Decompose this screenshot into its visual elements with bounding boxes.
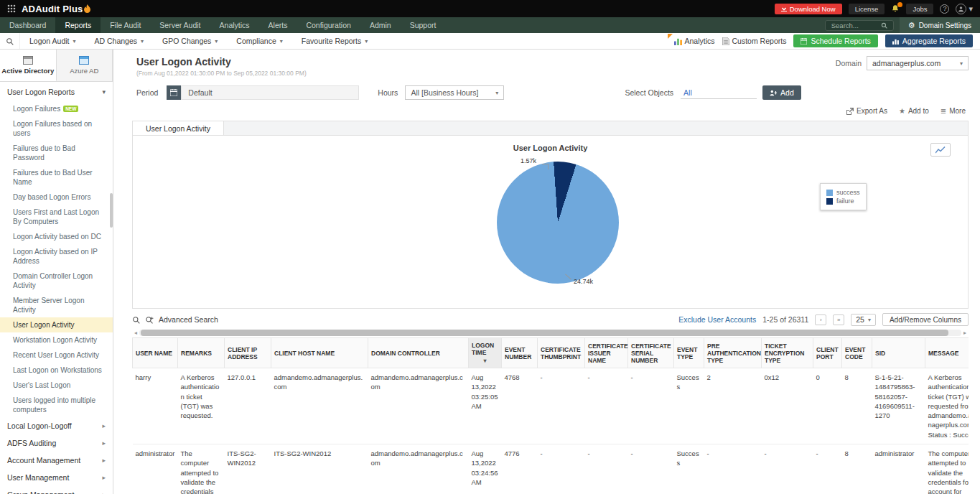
add-objects-button[interactable]: Add (762, 85, 801, 100)
sidebar-item-failures-due-to-bad-user-name[interactable]: Failures due to Bad User Name (0, 165, 113, 190)
scrollbar-thumb[interactable] (141, 330, 948, 336)
next-page-button[interactable]: › (815, 314, 826, 325)
sidebar-section-account-management[interactable]: Account Management▸ (0, 452, 113, 469)
sidebar-item-member-server-logon-activity[interactable]: Member Server Logon Activity (0, 293, 113, 317)
sidebar-item-logon-failures-based-on-users[interactable]: Logon Failures based on users (0, 116, 113, 141)
sidebar-section-group-management[interactable]: Group Management▸ (0, 486, 113, 494)
sidebar-item-user-s-last-logon[interactable]: User's Last Logon (0, 378, 113, 393)
table-row[interactable]: harryA Kerberos authentication ticket (T… (133, 368, 969, 444)
schedule-reports-button[interactable]: Schedule Reports (793, 34, 877, 47)
pie-chart[interactable] (497, 162, 619, 284)
column-header-user-name[interactable]: USER NAME (133, 338, 178, 368)
sidebar-item-domain-controller-logon-activity[interactable]: Domain Controller Logon Activity (0, 269, 113, 293)
nav-tab-admin[interactable]: Admin (360, 17, 401, 33)
more-button[interactable]: ≣ More (941, 107, 966, 115)
sidebar-section-user-logon-reports[interactable]: User Logon Reports ▾ (0, 82, 113, 101)
sidebar-item-workstation-logon-activity[interactable]: Workstation Logon Activity (0, 332, 113, 348)
column-header-pre-authentication-type[interactable]: PRE AUTHENTICATION TYPE (704, 338, 762, 368)
legend-item-success[interactable]: success (826, 189, 860, 196)
column-header-domain-controller[interactable]: DOMAIN CONTROLLER (368, 338, 469, 368)
profile-menu[interactable]: ▾ (956, 4, 973, 14)
sidebar-item-user-logon-activity[interactable]: User Logon Activity (0, 317, 113, 332)
sidebar-item-users-logged-into-multiple-computers[interactable]: Users logged into multiple computers (0, 393, 113, 417)
sidebar-item-day-based-logon-errors[interactable]: Day based Logon Errors (0, 190, 113, 205)
nav-tab-alerts[interactable]: Alerts (259, 17, 297, 33)
column-header-certificate-thumbprint[interactable]: CERTIFICATE THUMBPRINT (538, 338, 585, 368)
column-header-event-code[interactable]: EVENT CODE (842, 338, 872, 368)
jobs-button[interactable]: Jobs (906, 4, 933, 14)
menu-logon-audit[interactable]: Logon Audit▾ (20, 37, 85, 45)
help-button[interactable]: ? (940, 4, 949, 14)
advanced-search-button[interactable] (145, 316, 154, 324)
scroll-left-arrow[interactable]: ◂ (132, 330, 139, 336)
column-header-event-number[interactable]: EVENT NUMBER (502, 338, 538, 368)
nav-tab-dashboard[interactable]: Dashboard (0, 17, 55, 33)
nav-tab-server-audit[interactable]: Server Audit (150, 17, 210, 33)
nav-tab-configuration[interactable]: Configuration (297, 17, 360, 33)
global-search-input[interactable]: Search... (825, 20, 894, 31)
chevron-down-icon: ▾ (102, 88, 106, 95)
sidebar-scrollbar[interactable] (110, 193, 113, 228)
last-page-button[interactable]: » (833, 314, 844, 325)
column-header-client-port[interactable]: CLIENT PORT (813, 338, 842, 368)
report-search-button[interactable] (0, 33, 20, 49)
column-header-ticket-encryption-type[interactable]: TICKET ENCRYPTION TYPE (762, 338, 813, 368)
tab-user-logon-activity[interactable]: User Logon Activity (133, 121, 224, 135)
sidebar-item-users-first-and-last-logon-by-computers[interactable]: Users First and Last Logon By Computers (0, 205, 113, 229)
hours-select[interactable]: All [Business Hours] ▾ (405, 85, 504, 100)
download-now-button[interactable]: Download Now (775, 4, 842, 14)
select-objects-input[interactable]: All (681, 87, 757, 99)
nav-tab-reports[interactable]: Reports (55, 17, 101, 33)
period-input[interactable]: Default (181, 85, 359, 100)
table-search-button[interactable] (132, 316, 140, 324)
column-header-client-host-name[interactable]: CLIENT HOST NAME (271, 338, 368, 368)
sidebar-section-adfs-auditing[interactable]: ADFS Auditing▸ (0, 434, 113, 452)
add-to-button[interactable]: ★ Add to (899, 107, 929, 115)
chart-type-button[interactable] (930, 143, 951, 157)
advanced-search-label[interactable]: Advanced Search (159, 315, 218, 324)
column-header-sid[interactable]: SID (872, 338, 925, 368)
nav-tab-analytics[interactable]: Analytics (210, 17, 259, 33)
table-row[interactable]: administratorThe computer attempted to v… (133, 444, 969, 494)
menu-compliance[interactable]: Compliance▾ (227, 37, 291, 45)
sidebar-item-last-logon-on-workstations[interactable]: Last Logon on Workstations (0, 363, 113, 378)
domain-settings-button[interactable]: ⚙ Domain Settings (900, 17, 980, 33)
sidebar-tab-active-directory[interactable]: Active Directory (0, 50, 57, 81)
sidebar-item-logon-activity-based-on-ip-address[interactable]: Logon Activity based on IP Address (0, 244, 113, 269)
app-grid-icon[interactable] (7, 4, 16, 13)
license-button[interactable]: License (849, 4, 885, 14)
column-header-client-ip-address[interactable]: CLIENT IP ADDRESS (225, 338, 271, 368)
sidebar-section-local-logon-logoff[interactable]: Local Logon-Logoff▸ (0, 417, 113, 434)
legend-item-failure[interactable]: failure (826, 197, 860, 205)
column-header-certificate-issuer-name[interactable]: CERTIFICATE ISSUER NAME (585, 338, 628, 368)
calendar-button[interactable] (167, 85, 181, 100)
analytics-tool[interactable]: Analytics (674, 37, 715, 45)
sidebar-item-recent-user-logon-activity[interactable]: Recent User Logon Activity (0, 348, 113, 363)
menu-gpo-changes[interactable]: GPO Changes▾ (153, 37, 227, 45)
aggregate-reports-button[interactable]: Aggregate Reports (885, 34, 973, 47)
column-header-event-type[interactable]: EVENT TYPE (674, 338, 704, 368)
column-header-message[interactable]: MESSAGE (925, 338, 969, 368)
column-header-certificate-serial-number[interactable]: CERTIFICATE SERIAL NUMBER (628, 338, 674, 368)
page-size-select[interactable]: 25 ▾ (851, 314, 876, 326)
sidebar-section-user-management[interactable]: User Management▸ (0, 469, 113, 486)
exclude-user-accounts-link[interactable]: Exclude User Accounts (678, 315, 756, 324)
export-as-button[interactable]: Export As (846, 107, 887, 115)
nav-tab-support[interactable]: Support (401, 17, 446, 33)
scrollbar-track[interactable] (139, 330, 961, 336)
sidebar-tab-azure-ad[interactable]: Azure AD (57, 50, 113, 81)
scroll-right-arrow[interactable]: ▸ (961, 330, 969, 336)
domain-select[interactable]: admanagerplus.com ▾ (867, 56, 969, 70)
sidebar-item-logon-failures[interactable]: Logon FailuresNEW (0, 101, 113, 116)
column-header-remarks[interactable]: REMARKS (178, 338, 225, 368)
custom-reports-tool[interactable]: Custom Reports (722, 37, 787, 45)
add-remove-columns-button[interactable]: Add/Remove Columns (882, 313, 969, 326)
sidebar-item-logon-activity-based-on-dc[interactable]: Logon Activity based on DC (0, 229, 113, 244)
column-header-logon-time[interactable]: LOGON TIME▾ (469, 338, 502, 368)
search-icon (881, 22, 887, 29)
nav-tab-file-audit[interactable]: File Audit (101, 17, 150, 33)
menu-ad-changes[interactable]: AD Changes▾ (85, 37, 153, 45)
sidebar-item-failures-due-to-bad-password[interactable]: Failures due to Bad Password (0, 141, 113, 165)
menu-favourite-reports[interactable]: Favourite Reports▾ (292, 37, 377, 45)
notifications-button[interactable] (891, 4, 900, 13)
